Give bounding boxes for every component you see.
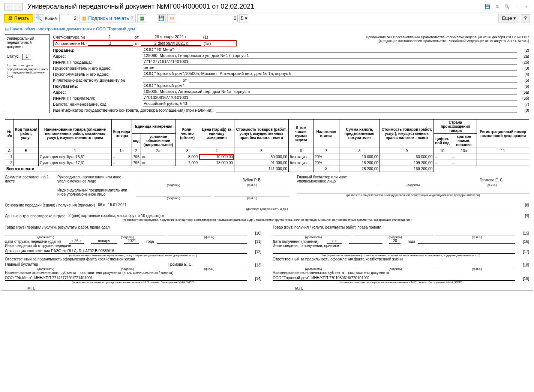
- preview-icon[interactable]: 🔍: [504, 3, 510, 10]
- correction-row: Исправление № 1 от 2 февраля 2021 г. (1а…: [53, 40, 237, 46]
- table-row: 2Сумка для ноутбука 17,3"--796шт7,00013 …: [5, 160, 529, 166]
- save-icon[interactable]: 💾: [484, 3, 491, 10]
- items-table: № п/п Код товара/ работ, услуг Наименова…: [5, 119, 529, 172]
- doc-type-3: документ: [7, 45, 48, 49]
- sign-print-button[interactable]: ▦ Подпись и печать ?: [80, 14, 136, 22]
- seller-label: Продавец:: [53, 48, 143, 52]
- appendix-note: Приложение №1 к постановлению Правительс…: [366, 34, 529, 47]
- page-count: Документ составлен на 1 листе: [5, 175, 50, 187]
- seller-value: ООО "ТФ-Мега": [143, 47, 517, 52]
- sigma-button[interactable]: Σ ▾: [239, 14, 248, 22]
- print-label: Печать: [14, 16, 29, 21]
- more-button[interactable]: Еще ▾: [498, 14, 519, 22]
- print-icon[interactable]: 🖶: [494, 3, 501, 10]
- titlebar: ← → Универсальный передаточный документ …: [1, 1, 533, 12]
- sign-print-label: Подпись и печать: [88, 15, 129, 21]
- help-button[interactable]: ?: [521, 14, 530, 22]
- forward-button[interactable]: →: [14, 3, 23, 10]
- copies-input[interactable]: [59, 15, 78, 22]
- linkbar: ▤ Начать обмен электронными документами …: [1, 24, 533, 34]
- magnify-button[interactable]: 🔍: [34, 14, 44, 22]
- window-title: Универсальный передаточный документ №МГ0…: [27, 3, 484, 10]
- left-bottom-col: Товар (груз) передал / услуги, результат…: [5, 225, 261, 290]
- doc-type-2: передаточный: [7, 40, 48, 45]
- left-panel: Универсальный передаточный документ Стат…: [5, 34, 50, 113]
- disk-button[interactable]: 💾: [157, 14, 166, 22]
- document-icon: ▤: [5, 27, 9, 31]
- right-panel: Счет-фактура № 1 от 26 января 2021 г. (1…: [53, 34, 529, 113]
- right-bottom-col: Товар (груз) получил / услуги, результат…: [273, 225, 529, 290]
- print-button[interactable]: 🖶 Печать: [4, 14, 33, 22]
- doc-type-1: Универсальный: [7, 36, 48, 40]
- status-label: Статус:: [7, 54, 20, 58]
- printer-icon: 🖶: [8, 16, 13, 21]
- status-value: 1: [22, 54, 31, 60]
- stamp-icon: ▦: [82, 15, 87, 21]
- status-legend: 1 – счет-фактура и передаточный документ…: [7, 64, 48, 78]
- toolbar: 🖶 Печать 🔍 Копий: ▦ Подпись и печать ? ▦…: [1, 12, 533, 24]
- close-icon[interactable]: ×: [523, 3, 530, 10]
- number-input[interactable]: [178, 15, 238, 22]
- help-icon: ?: [130, 15, 133, 21]
- table-button[interactable]: ▦: [137, 14, 146, 22]
- copies-label: Копий:: [45, 16, 58, 21]
- edi-link[interactable]: Начать обмен электронными документами с …: [10, 27, 136, 31]
- back-button[interactable]: ←: [4, 3, 13, 10]
- menu-icon[interactable]: ⋮: [513, 3, 520, 10]
- table-row: 1Сумка для ноутбука 15,6"--796шт5,00010 …: [5, 154, 529, 160]
- mail-button[interactable]: ✉: [167, 14, 176, 22]
- invoice-row: Счет-фактура № 1 от 26 января 2021 г. (1…: [53, 34, 366, 39]
- window: ← → Универсальный передаточный документ …: [1, 1, 533, 291]
